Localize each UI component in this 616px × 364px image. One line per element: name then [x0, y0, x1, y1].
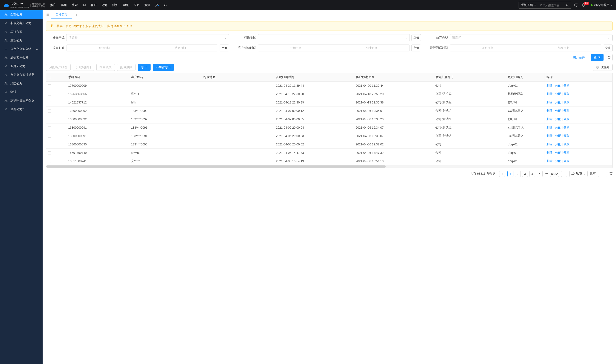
pagination-next[interactable]: ›	[561, 171, 567, 177]
row-checkbox[interactable]	[48, 109, 51, 113]
jump-page-input[interactable]	[598, 171, 607, 177]
sidebar-item[interactable]: 注安公海	[0, 36, 43, 45]
nav-item[interactable]: 财务	[112, 3, 118, 7]
create-time-range[interactable]: 开始日期~结束日期	[258, 45, 410, 52]
row-checkbox[interactable]	[48, 93, 51, 96]
sidebar-item[interactable]: 测试	[0, 88, 43, 96]
sidebar-item[interactable]: 非成交客户公海	[0, 19, 43, 27]
horizontal-scrollbar[interactable]	[46, 165, 612, 168]
assign-dept-button[interactable]: 分配到部门	[73, 64, 94, 71]
row-assign-link[interactable]: 分配	[555, 84, 561, 87]
row-claim-link[interactable]: 领取	[564, 84, 570, 87]
sidebar-item[interactable]: 消防公海	[0, 79, 43, 88]
nav-item[interactable]: 客服	[61, 3, 67, 7]
monitor-icon[interactable]	[574, 3, 578, 7]
nav-item[interactable]: 数据	[144, 3, 150, 7]
row-claim-link[interactable]: 领取	[564, 151, 570, 154]
row-claim-link[interactable]: 领取	[564, 126, 570, 129]
nav-item[interactable]: 推广	[50, 3, 56, 7]
row-claim-link[interactable]: 领取	[564, 134, 570, 137]
row-checkbox[interactable]	[48, 143, 51, 146]
pagination-page[interactable]: 5	[537, 171, 543, 177]
last-call-range[interactable]: 开始日期~结束日期	[450, 45, 601, 52]
row-claim-link[interactable]: 领取	[564, 159, 570, 163]
sidebar-item[interactable]: 二咨公海	[0, 27, 43, 36]
pagination-page[interactable]: 4	[529, 171, 535, 177]
row-checkbox[interactable]	[48, 84, 51, 87]
pagination-page[interactable]: 3	[522, 171, 528, 177]
row-assign-link[interactable]: 分配	[555, 143, 561, 146]
row-assign-link[interactable]: 分配	[555, 109, 561, 112]
add-user-icon[interactable]	[155, 3, 159, 7]
row-claim-link[interactable]: 领取	[564, 92, 570, 95]
export-plain-button[interactable]: 不加密导出	[153, 64, 174, 71]
row-checkbox[interactable]	[48, 151, 51, 155]
row-delete-link[interactable]: 删除	[547, 134, 552, 137]
user-menu[interactable]: 机构管理员 ▾	[591, 3, 613, 7]
query-button[interactable]: 查 询	[591, 54, 603, 61]
sidebar-item[interactable]: 自定义公海分组⌄	[0, 45, 43, 53]
row-assign-link[interactable]: 分配	[555, 126, 561, 129]
row-checkbox[interactable]	[48, 160, 51, 163]
headset-icon[interactable]	[163, 3, 167, 7]
sidebar-item[interactable]: 全部公海2	[0, 105, 43, 114]
batch-claim-button[interactable]: 批量领取	[96, 64, 115, 71]
row-assign-link[interactable]: 分配	[555, 159, 561, 163]
last-call-empty-button[interactable]: 空值	[603, 45, 613, 52]
row-delete-link[interactable]: 删除	[547, 117, 552, 121]
region-empty-button[interactable]: 空值	[411, 34, 421, 41]
row-delete-link[interactable]: 删除	[547, 151, 552, 154]
row-assign-link[interactable]: 分配	[555, 101, 561, 104]
batch-delete-button[interactable]: 批量删除	[117, 64, 136, 71]
abandon-type-select[interactable]: 请选择⌄	[450, 34, 613, 41]
search-button[interactable]	[564, 2, 571, 8]
row-assign-link[interactable]: 分配	[555, 92, 561, 95]
set-columns-button[interactable]: 设置列	[593, 64, 613, 71]
row-assign-link[interactable]: 分配	[555, 117, 561, 121]
search-type-select[interactable]: 手机号码 ▾	[519, 2, 538, 8]
source-select[interactable]: 请选择⌄	[66, 34, 229, 41]
nav-item[interactable]: 线索	[72, 3, 78, 7]
add-tab-button[interactable]: ＋	[72, 10, 81, 19]
abandon-time-range[interactable]: 开始日期~结束日期	[66, 45, 218, 52]
export-button[interactable]: 导 出	[138, 64, 151, 71]
row-delete-link[interactable]: 删除	[547, 126, 552, 129]
refresh-button[interactable]	[606, 54, 613, 61]
row-delete-link[interactable]: 删除	[547, 84, 552, 87]
create-time-empty-button[interactable]: 空值	[411, 45, 421, 52]
abandon-time-empty-button[interactable]: 空值	[220, 45, 229, 52]
row-assign-link[interactable]: 分配	[555, 134, 561, 137]
search-input[interactable]	[538, 2, 564, 8]
row-delete-link[interactable]: 删除	[547, 109, 552, 112]
page-size-select[interactable]: 10 条/页⌄	[569, 171, 588, 177]
assign-manager-button[interactable]: 分配客户经理	[46, 64, 71, 71]
sidebar-item[interactable]: 测试昨日回库数据	[0, 96, 43, 105]
row-claim-link[interactable]: 领取	[564, 101, 570, 104]
row-checkbox[interactable]	[48, 101, 51, 104]
nav-item[interactable]: 客户	[90, 3, 97, 7]
row-checkbox[interactable]	[48, 135, 51, 138]
pagination-page[interactable]: 1	[507, 171, 513, 177]
region-select[interactable]: ⌄	[258, 34, 410, 41]
nav-item[interactable]: 报名	[134, 3, 140, 7]
row-claim-link[interactable]: 领取	[564, 117, 570, 121]
row-delete-link[interactable]: 删除	[547, 101, 552, 104]
row-checkbox[interactable]	[48, 118, 51, 121]
sidebar-item[interactable]: 五月天公海	[0, 62, 43, 71]
row-assign-link[interactable]: 分配	[555, 151, 561, 154]
nav-item[interactable]: 学服	[123, 3, 129, 7]
nav-item[interactable]: 公海	[101, 3, 107, 7]
pagination-last[interactable]: 6882	[550, 171, 559, 177]
select-all-checkbox[interactable]	[48, 76, 51, 79]
sidebar-item[interactable]: 全部公海	[0, 10, 43, 19]
expand-filters-link[interactable]: 展开条件 ⌄	[573, 55, 589, 59]
bell-icon[interactable]: 99+	[581, 3, 586, 7]
pagination-page[interactable]: 2	[515, 171, 521, 177]
tab[interactable]: 全部公海	[51, 10, 72, 19]
row-claim-link[interactable]: 领取	[564, 143, 570, 146]
collapse-sidebar-button[interactable]	[44, 11, 51, 18]
row-delete-link[interactable]: 删除	[547, 92, 552, 95]
nav-item[interactable]: IM	[82, 3, 86, 7]
sidebar-item[interactable]: 成交客户公海	[0, 53, 43, 62]
row-checkbox[interactable]	[48, 126, 51, 129]
